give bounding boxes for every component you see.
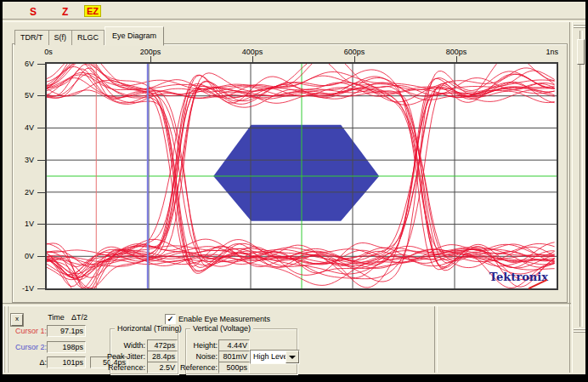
dropdown-button[interactable] — [286, 351, 299, 363]
close-panel-button[interactable]: x — [11, 314, 23, 326]
vertical-voltage-title: Vertical (Voltage) — [190, 324, 253, 333]
y-tick-mark — [37, 64, 45, 65]
x-tick-label: 600ps — [344, 48, 365, 56]
toolbar-divider — [3, 19, 585, 22]
horizontal-reference-field[interactable]: 2.5V — [147, 362, 178, 373]
width-label: Width: — [107, 341, 145, 350]
chevron-down-icon — [289, 356, 296, 359]
cursor1-label: Cursor 1: — [8, 327, 47, 335]
panel-divider — [3, 303, 571, 306]
y-tick-label: 0V — [12, 252, 34, 260]
tab-sf[interactable]: S(f) — [49, 30, 73, 45]
height-field: 4.44V — [218, 339, 250, 351]
window-frame-left — [0, 0, 3, 382]
delta-time-field: 101ps — [47, 356, 86, 368]
y-tick-label: -1V — [12, 284, 34, 293]
right-edge-groove — [569, 22, 573, 373]
vertical-reference-label: Reference: — [179, 363, 218, 372]
peak-jitter-field: 28.4ps — [147, 351, 178, 362]
y-tick-mark — [37, 224, 45, 225]
ez-icon[interactable]: EZ — [84, 5, 101, 17]
s-parameter-icon[interactable]: S — [30, 6, 37, 18]
enable-eye-measurements-label: Enable Eye Measurements — [178, 315, 270, 323]
y-tick-mark — [37, 256, 45, 257]
x-tick-label: 400ps — [242, 48, 263, 56]
eye-diagram-canvas[interactable] — [47, 64, 557, 288]
cursor2-label: Cursor 2: — [8, 343, 47, 351]
horizontal-reference-label: Reference: — [107, 363, 145, 372]
vertical-reference-field[interactable]: 500ps — [218, 362, 250, 373]
splitter-thumb[interactable] — [577, 39, 585, 65]
y-tick-label: 1V — [12, 220, 34, 228]
tab-rlgc[interactable]: RLGC — [72, 30, 105, 45]
y-tick-mark — [37, 160, 45, 161]
splitter-grip-top[interactable] — [574, 24, 585, 29]
x-tick-label: 0s — [44, 48, 53, 56]
tab-bar: TDR/T S(f) RLGC Eye Diagram — [14, 26, 164, 45]
tab-eye-diagram[interactable]: Eye Diagram — [105, 26, 164, 46]
peak-jitter-label: Peak Jitter: — [107, 352, 145, 361]
y-tick-label: 6V — [12, 60, 34, 68]
tab-tdr-t[interactable]: TDR/T — [14, 30, 49, 45]
x-tick-label: 200ps — [140, 48, 161, 56]
y-tick-label: 4V — [12, 123, 34, 132]
x-tick-label: 800ps — [446, 48, 467, 56]
y-tick-mark — [37, 95, 45, 96]
eye-diagram-plot-area[interactable]: Tektronix — [45, 62, 558, 290]
x-tick-label: 1ns — [546, 48, 558, 56]
height-label: Height: — [179, 341, 218, 350]
panel-section-divider — [434, 306, 438, 373]
width-field: 472ps — [147, 339, 178, 351]
y-tick-mark — [37, 288, 45, 289]
noise-field: 801mV — [218, 351, 250, 362]
eye-mask-hexagon — [213, 125, 379, 221]
cursor1-time-field[interactable]: 97.1ps — [47, 325, 86, 337]
noise-level-dropdown[interactable]: High Level — [250, 350, 300, 364]
y-tick-label: 2V — [12, 188, 34, 197]
splitter-track — [580, 31, 583, 327]
horizontal-timing-title: Horizontal (Timing) — [115, 324, 184, 333]
app-window: { "icons": { "s": "S", "z": "Z", "ez": "… — [0, 0, 588, 382]
splitter-grip-bottom[interactable] — [574, 328, 585, 334]
cursor2-time-field[interactable]: 198ps — [47, 341, 86, 353]
checkmark-icon: ✓ — [167, 315, 174, 323]
time-column-header: Time — [44, 313, 68, 322]
z-impedance-icon[interactable]: Z — [62, 6, 68, 18]
y-tick-label: 5V — [12, 91, 34, 100]
y-tick-mark — [37, 128, 45, 128]
window-frame-top — [0, 0, 588, 2]
tektronix-watermark: Tektronix — [489, 271, 548, 283]
noise-label: Noise: — [179, 352, 218, 361]
window-frame-bottom — [0, 374, 588, 382]
delta-label: Δ: — [8, 358, 47, 367]
y-tick-label: 3V — [12, 156, 34, 164]
y-tick-mark — [37, 192, 45, 193]
delta-t-half-column-header: ΔT/2 — [71, 313, 88, 322]
